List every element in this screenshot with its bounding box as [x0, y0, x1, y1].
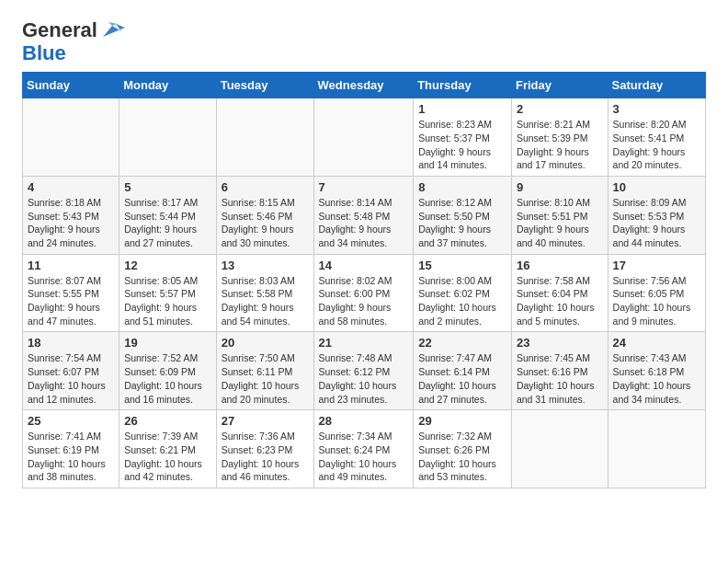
day-info: Sunrise: 7:58 AM Sunset: 6:04 PM Dayligh…	[517, 274, 603, 328]
calendar-body: 1Sunrise: 8:23 AM Sunset: 5:37 PM Daylig…	[23, 98, 706, 488]
day-number: 25	[28, 414, 114, 428]
day-info: Sunrise: 8:00 AM Sunset: 6:02 PM Dayligh…	[418, 274, 506, 328]
weekday-tuesday: Tuesday	[216, 73, 313, 98]
calendar-cell: 1Sunrise: 8:23 AM Sunset: 5:37 PM Daylig…	[414, 98, 512, 177]
calendar-cell: 11Sunrise: 8:07 AM Sunset: 5:55 PM Dayli…	[23, 254, 119, 332]
calendar-week-row: 4Sunrise: 8:18 AM Sunset: 5:43 PM Daylig…	[23, 176, 706, 254]
day-info: Sunrise: 8:14 AM Sunset: 5:48 PM Dayligh…	[319, 196, 409, 250]
calendar-cell: 12Sunrise: 8:05 AM Sunset: 5:57 PM Dayli…	[119, 254, 216, 332]
calendar-cell: 29Sunrise: 7:32 AM Sunset: 6:26 PM Dayli…	[414, 410, 512, 488]
calendar-week-row: 11Sunrise: 8:07 AM Sunset: 5:55 PM Dayli…	[23, 254, 706, 332]
weekday-wednesday: Wednesday	[313, 73, 414, 98]
calendar-week-row: 25Sunrise: 7:41 AM Sunset: 6:19 PM Dayli…	[23, 410, 706, 488]
day-info: Sunrise: 7:45 AM Sunset: 6:16 PM Dayligh…	[517, 351, 603, 406]
calendar-cell	[216, 98, 313, 177]
day-info: Sunrise: 8:09 AM Sunset: 5:53 PM Dayligh…	[613, 196, 700, 250]
calendar-cell: 21Sunrise: 7:48 AM Sunset: 6:12 PM Dayli…	[313, 332, 414, 410]
day-info: Sunrise: 8:02 AM Sunset: 6:00 PM Dayligh…	[319, 274, 409, 328]
logo: General Blue	[22, 18, 125, 64]
calendar-cell	[119, 98, 216, 177]
day-info: Sunrise: 8:12 AM Sunset: 5:50 PM Dayligh…	[418, 196, 506, 250]
weekday-header-row: SundayMondayTuesdayWednesdayThursdayFrid…	[23, 73, 706, 98]
calendar-cell: 5Sunrise: 8:17 AM Sunset: 5:44 PM Daylig…	[119, 176, 216, 254]
day-number: 1	[418, 102, 506, 116]
day-info: Sunrise: 7:52 AM Sunset: 6:09 PM Dayligh…	[124, 351, 210, 406]
day-info: Sunrise: 7:48 AM Sunset: 6:12 PM Dayligh…	[319, 351, 409, 406]
svg-marker-1	[108, 22, 118, 26]
calendar-cell	[23, 98, 119, 177]
calendar-cell: 3Sunrise: 8:20 AM Sunset: 5:41 PM Daylig…	[608, 98, 705, 177]
calendar-cell: 9Sunrise: 8:10 AM Sunset: 5:51 PM Daylig…	[511, 176, 608, 254]
calendar-cell: 14Sunrise: 8:02 AM Sunset: 6:00 PM Dayli…	[313, 254, 414, 332]
calendar-cell: 6Sunrise: 8:15 AM Sunset: 5:46 PM Daylig…	[216, 176, 313, 254]
calendar-cell: 17Sunrise: 7:56 AM Sunset: 6:05 PM Dayli…	[608, 254, 705, 332]
day-number: 12	[124, 259, 210, 272]
calendar-table: SundayMondayTuesdayWednesdayThursdayFrid…	[22, 72, 706, 488]
day-info: Sunrise: 8:05 AM Sunset: 5:57 PM Dayligh…	[124, 274, 210, 328]
weekday-saturday: Saturday	[608, 73, 705, 98]
day-number: 4	[28, 180, 114, 194]
day-info: Sunrise: 7:47 AM Sunset: 6:14 PM Dayligh…	[418, 351, 506, 406]
day-number: 22	[418, 336, 506, 350]
calendar-cell: 16Sunrise: 7:58 AM Sunset: 6:04 PM Dayli…	[511, 254, 608, 332]
weekday-thursday: Thursday	[414, 73, 512, 98]
day-info: Sunrise: 7:56 AM Sunset: 6:05 PM Dayligh…	[613, 274, 700, 328]
calendar-cell: 19Sunrise: 7:52 AM Sunset: 6:09 PM Dayli…	[119, 332, 216, 410]
calendar-week-row: 1Sunrise: 8:23 AM Sunset: 5:37 PM Daylig…	[23, 98, 706, 177]
day-info: Sunrise: 7:43 AM Sunset: 6:18 PM Dayligh…	[613, 351, 700, 406]
day-info: Sunrise: 8:18 AM Sunset: 5:43 PM Dayligh…	[28, 196, 114, 250]
day-info: Sunrise: 8:15 AM Sunset: 5:46 PM Dayligh…	[222, 196, 309, 250]
day-number: 16	[517, 259, 603, 272]
day-number: 15	[418, 259, 506, 272]
calendar-cell: 8Sunrise: 8:12 AM Sunset: 5:50 PM Daylig…	[414, 176, 512, 254]
day-number: 18	[28, 336, 114, 350]
calendar-cell: 18Sunrise: 7:54 AM Sunset: 6:07 PM Dayli…	[23, 332, 119, 410]
day-number: 26	[124, 414, 210, 428]
day-number: 10	[613, 180, 700, 194]
day-info: Sunrise: 7:54 AM Sunset: 6:07 PM Dayligh…	[28, 351, 114, 406]
day-number: 28	[319, 414, 409, 428]
day-info: Sunrise: 7:36 AM Sunset: 6:23 PM Dayligh…	[222, 430, 309, 484]
calendar-cell	[511, 410, 608, 488]
calendar-week-row: 18Sunrise: 7:54 AM Sunset: 6:07 PM Dayli…	[23, 332, 706, 410]
day-number: 6	[222, 180, 309, 194]
day-number: 11	[28, 259, 114, 272]
page-header: General Blue	[22, 18, 706, 64]
calendar-cell: 24Sunrise: 7:43 AM Sunset: 6:18 PM Dayli…	[608, 332, 705, 410]
day-info: Sunrise: 8:10 AM Sunset: 5:51 PM Dayligh…	[517, 196, 603, 250]
logo-bird-icon	[99, 18, 125, 44]
calendar-cell: 20Sunrise: 7:50 AM Sunset: 6:11 PM Dayli…	[216, 332, 313, 410]
day-number: 14	[319, 259, 409, 272]
weekday-sunday: Sunday	[23, 73, 119, 98]
day-info: Sunrise: 8:21 AM Sunset: 5:39 PM Dayligh…	[517, 118, 603, 172]
calendar-cell: 22Sunrise: 7:47 AM Sunset: 6:14 PM Dayli…	[414, 332, 512, 410]
calendar-cell	[608, 410, 705, 488]
day-info: Sunrise: 8:20 AM Sunset: 5:41 PM Dayligh…	[613, 118, 700, 172]
day-info: Sunrise: 8:23 AM Sunset: 5:37 PM Dayligh…	[418, 118, 506, 172]
day-info: Sunrise: 8:07 AM Sunset: 5:55 PM Dayligh…	[28, 274, 114, 328]
day-number: 8	[418, 180, 506, 194]
day-number: 19	[124, 336, 210, 350]
calendar-cell	[313, 98, 414, 177]
calendar-cell: 10Sunrise: 8:09 AM Sunset: 5:53 PM Dayli…	[608, 176, 705, 254]
day-number: 3	[613, 102, 700, 116]
day-info: Sunrise: 8:03 AM Sunset: 5:58 PM Dayligh…	[222, 274, 309, 328]
weekday-friday: Friday	[511, 73, 608, 98]
day-number: 7	[319, 180, 409, 194]
day-number: 9	[517, 180, 603, 194]
day-info: Sunrise: 7:39 AM Sunset: 6:21 PM Dayligh…	[124, 430, 210, 484]
calendar-cell: 4Sunrise: 8:18 AM Sunset: 5:43 PM Daylig…	[23, 176, 119, 254]
calendar-cell: 26Sunrise: 7:39 AM Sunset: 6:21 PM Dayli…	[119, 410, 216, 488]
day-number: 20	[222, 336, 309, 350]
day-info: Sunrise: 8:17 AM Sunset: 5:44 PM Dayligh…	[124, 196, 210, 250]
day-number: 29	[418, 414, 506, 428]
day-number: 17	[613, 259, 700, 272]
calendar-cell: 15Sunrise: 8:00 AM Sunset: 6:02 PM Dayli…	[414, 254, 512, 332]
day-number: 27	[222, 414, 309, 428]
calendar-cell: 7Sunrise: 8:14 AM Sunset: 5:48 PM Daylig…	[313, 176, 414, 254]
calendar-cell: 27Sunrise: 7:36 AM Sunset: 6:23 PM Dayli…	[216, 410, 313, 488]
day-info: Sunrise: 7:50 AM Sunset: 6:11 PM Dayligh…	[222, 351, 309, 406]
calendar-cell: 23Sunrise: 7:45 AM Sunset: 6:16 PM Dayli…	[511, 332, 608, 410]
day-info: Sunrise: 7:32 AM Sunset: 6:26 PM Dayligh…	[418, 430, 506, 484]
day-number: 13	[222, 259, 309, 272]
